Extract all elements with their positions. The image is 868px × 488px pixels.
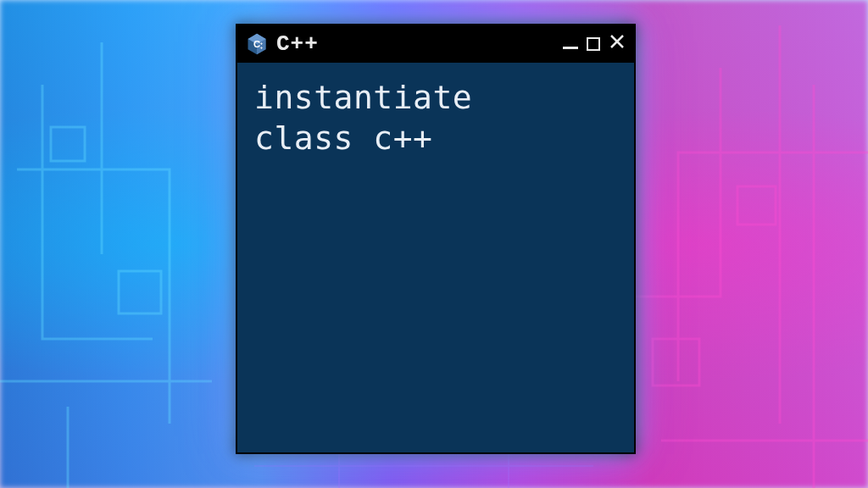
close-icon bbox=[609, 33, 626, 55]
close-button[interactable] bbox=[609, 33, 626, 55]
titlebar-left: C + + C++ bbox=[244, 31, 319, 57]
window-titlebar[interactable]: C + + C++ bbox=[237, 25, 634, 63]
minimize-button[interactable] bbox=[563, 40, 578, 49]
window-title: C++ bbox=[276, 31, 319, 57]
content-line-1: instantiate bbox=[254, 79, 472, 116]
window-controls bbox=[563, 33, 626, 55]
svg-text:+: + bbox=[259, 44, 263, 50]
content-line-2: class c++ bbox=[254, 119, 432, 157]
svg-rect-2 bbox=[737, 186, 776, 225]
maximize-button[interactable] bbox=[587, 37, 600, 51]
minimize-icon bbox=[563, 47, 578, 49]
svg-rect-1 bbox=[119, 271, 161, 313]
svg-rect-0 bbox=[51, 127, 85, 161]
svg-rect-3 bbox=[653, 339, 699, 385]
terminal-content: instantiate class c++ bbox=[237, 63, 634, 174]
maximize-icon bbox=[587, 37, 600, 51]
terminal-window: C + + C++ in bbox=[236, 24, 636, 454]
cpp-logo-icon: C + + bbox=[244, 31, 270, 57]
